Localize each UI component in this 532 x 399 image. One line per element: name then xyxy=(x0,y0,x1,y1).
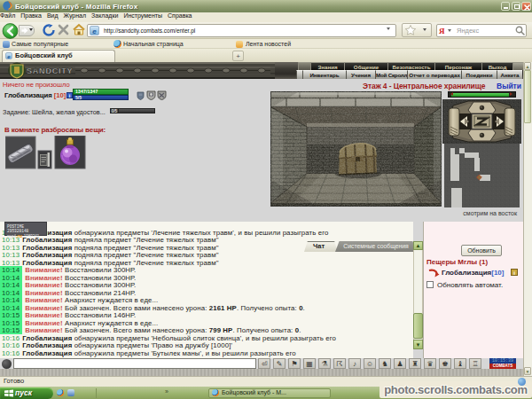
svg-text:SANDCITY: SANDCITY xyxy=(27,66,73,75)
